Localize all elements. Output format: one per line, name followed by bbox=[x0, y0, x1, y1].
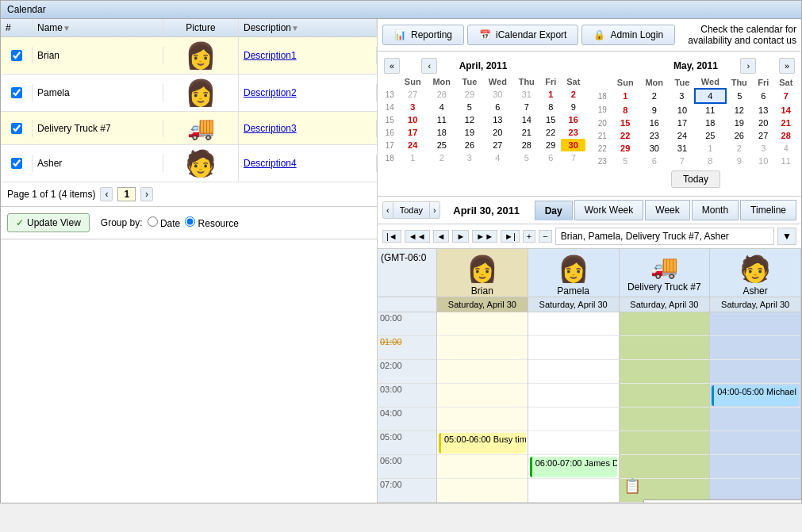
time-cell[interactable] bbox=[437, 455, 528, 479]
resource-dropdown-btn[interactable]: ▼ bbox=[777, 228, 796, 245]
cal-day[interactable]: 1 bbox=[399, 151, 427, 164]
cal-day[interactable]: 27 bbox=[753, 129, 773, 142]
cal-day[interactable]: 22 bbox=[540, 126, 561, 139]
cal-day[interactable]: 22 bbox=[612, 129, 639, 142]
cal-day[interactable]: 3 bbox=[670, 89, 696, 103]
time-cell[interactable] bbox=[710, 336, 800, 360]
cal-day[interactable]: 2 bbox=[427, 151, 457, 164]
schedule-col-brian[interactable]: 05:00-06:00 Busy time, Richard M. bbox=[437, 312, 528, 503]
reporting-button[interactable]: 📊 Reporting bbox=[382, 25, 464, 45]
cal-day[interactable]: 9 bbox=[639, 103, 670, 117]
schedule-col-asher[interactable]: 04:00-05:00 Michael S. (Busy time) bbox=[710, 312, 801, 503]
current-page[interactable]: 1 bbox=[117, 187, 136, 201]
time-cell[interactable] bbox=[620, 312, 710, 336]
row-desc-1[interactable]: Description1 bbox=[239, 47, 377, 64]
time-cell[interactable] bbox=[710, 312, 800, 336]
cal-day[interactable]: 4 bbox=[773, 142, 798, 155]
time-cell-asher-0400[interactable]: 04:00-05:00 Michael S. (Busy time) bbox=[710, 384, 800, 408]
sched-prev-many-btn[interactable]: ◄◄ bbox=[405, 230, 430, 243]
cal-day[interactable]: 15 bbox=[612, 117, 639, 129]
cal-day[interactable]: 13 bbox=[753, 103, 773, 117]
col-header-name[interactable]: Name ▼ bbox=[33, 19, 163, 36]
tab-timeline[interactable]: Timeline bbox=[740, 200, 796, 220]
may-next2-btn[interactable]: » bbox=[779, 58, 795, 74]
cal-day[interactable]: 23 bbox=[639, 129, 670, 142]
nav-prev-button[interactable]: ‹ bbox=[382, 201, 393, 219]
cal-day-selected[interactable]: 30 bbox=[561, 139, 585, 151]
time-cell[interactable] bbox=[620, 408, 710, 431]
row-checkbox-1[interactable] bbox=[1, 47, 33, 64]
group-resource-label[interactable]: Resource bbox=[185, 216, 239, 229]
cal-day[interactable]: 7 bbox=[773, 89, 798, 103]
time-cell[interactable] bbox=[437, 312, 528, 336]
cal-day[interactable]: 31 bbox=[513, 88, 541, 101]
time-cell[interactable] bbox=[437, 479, 528, 503]
cal-day[interactable]: 5 bbox=[457, 101, 483, 113]
row-checkbox-3[interactable] bbox=[1, 120, 33, 137]
cal-day[interactable]: 11 bbox=[695, 103, 725, 117]
cal-day[interactable]: 15 bbox=[540, 113, 561, 126]
cal-day[interactable]: 6 bbox=[482, 101, 512, 113]
tab-week[interactable]: Week bbox=[645, 200, 689, 220]
cal-day[interactable]: 2 bbox=[561, 88, 585, 101]
icalendar-button[interactable]: 📅 iCalendar Export bbox=[467, 25, 578, 45]
nav-next-button[interactable]: › bbox=[430, 201, 440, 219]
time-cell[interactable] bbox=[437, 384, 528, 408]
cal-day[interactable]: 20 bbox=[753, 117, 773, 129]
sched-remove-btn[interactable]: − bbox=[539, 230, 551, 243]
schedule-col-pamela[interactable]: 06:00-07:00 James D. (Busy time) bbox=[528, 312, 620, 503]
cal-day[interactable]: 6 bbox=[753, 89, 773, 103]
cal-day[interactable]: 20 bbox=[482, 126, 512, 139]
cal-day[interactable]: 7 bbox=[561, 151, 585, 164]
time-cell[interactable] bbox=[620, 336, 710, 360]
cal-day[interactable]: 2 bbox=[726, 142, 754, 155]
time-cell[interactable] bbox=[528, 384, 619, 408]
group-date-radio[interactable] bbox=[148, 216, 158, 227]
row-desc-2[interactable]: Description2 bbox=[239, 84, 377, 101]
time-cell[interactable] bbox=[528, 312, 619, 336]
cal-day[interactable]: 27 bbox=[482, 139, 512, 151]
update-view-button[interactable]: ✓ Update View bbox=[7, 213, 90, 232]
event-asher-busy[interactable]: 04:00-05:00 Michael S. (Busy time) bbox=[712, 385, 799, 406]
cal-day[interactable]: 7 bbox=[513, 101, 541, 113]
cal-day[interactable]: 25 bbox=[695, 129, 725, 142]
tooltip-icon[interactable]: 📋 bbox=[624, 477, 641, 495]
event-pamela-busy[interactable]: 06:00-07:00 James D. (Busy time) bbox=[530, 457, 617, 477]
cal-day[interactable]: 11 bbox=[773, 155, 798, 167]
cal-day[interactable]: 29 bbox=[612, 142, 639, 155]
cal-day[interactable]: 30 bbox=[639, 142, 670, 155]
april-prev2-btn[interactable]: ‹ bbox=[421, 58, 437, 74]
time-cell[interactable] bbox=[528, 431, 619, 455]
row-desc-4[interactable]: Description4 bbox=[239, 155, 377, 172]
april-prev-btn[interactable]: « bbox=[384, 58, 400, 74]
cal-day[interactable]: 8 bbox=[540, 101, 561, 113]
time-cell[interactable] bbox=[528, 408, 619, 431]
resource-select-input[interactable] bbox=[555, 228, 774, 245]
cal-day[interactable]: 5 bbox=[513, 151, 541, 164]
cal-day[interactable]: 17 bbox=[670, 117, 696, 129]
cal-day[interactable]: 13 bbox=[482, 113, 512, 126]
schedule-col-truck[interactable]: 📋 Online Courier Booking - Public Area bbox=[620, 312, 711, 503]
time-cell[interactable] bbox=[710, 431, 800, 455]
cal-day[interactable]: 6 bbox=[639, 155, 670, 167]
time-cell[interactable] bbox=[528, 336, 619, 360]
cal-day[interactable]: 24 bbox=[399, 139, 427, 151]
cal-day[interactable]: 30 bbox=[482, 88, 512, 101]
time-cell[interactable] bbox=[710, 408, 800, 431]
cal-day[interactable]: 5 bbox=[726, 89, 754, 103]
cal-day[interactable]: 16 bbox=[639, 117, 670, 129]
time-cell[interactable] bbox=[620, 455, 710, 479]
time-cell[interactable] bbox=[437, 408, 528, 431]
tab-month[interactable]: Month bbox=[692, 200, 739, 220]
cal-day[interactable]: 4 bbox=[427, 101, 457, 113]
cal-day[interactable]: 2 bbox=[639, 89, 670, 103]
sched-prev-btn[interactable]: ◄ bbox=[433, 230, 450, 243]
time-cell-brian-0500[interactable]: 05:00-06:00 Busy time, Richard M. bbox=[437, 431, 528, 455]
cal-day[interactable]: 25 bbox=[427, 139, 457, 151]
cal-day[interactable]: 3 bbox=[399, 101, 427, 113]
cal-day[interactable]: 27 bbox=[399, 88, 427, 101]
sched-add-btn[interactable]: + bbox=[523, 230, 535, 243]
cal-day[interactable]: 29 bbox=[540, 139, 561, 151]
admin-login-button[interactable]: 🔒 Admin Login bbox=[581, 25, 675, 45]
cal-day[interactable]: 9 bbox=[726, 155, 754, 167]
